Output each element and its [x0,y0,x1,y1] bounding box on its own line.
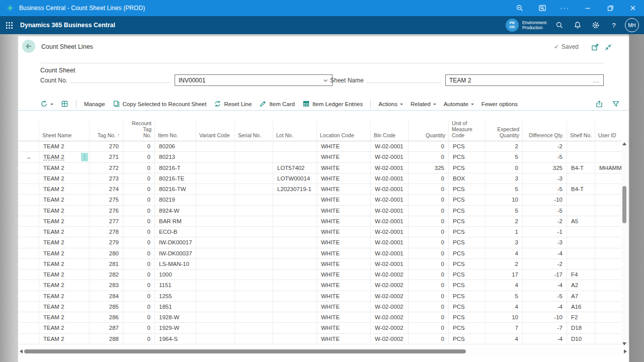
cell-tag_no[interactable]: 283 [90,280,123,291]
cell-serial_no[interactable] [235,163,273,173]
environment-badge[interactable]: PR OD [506,19,519,32]
cell-difference_qty[interactable]: -3 [523,237,567,248]
cell-difference_qty[interactable]: -2 [523,141,567,152]
cell-quantity[interactable]: 0 [409,323,449,333]
column-header-sheet_name[interactable]: Sheet Name [39,121,90,141]
cell-recount_tag_no[interactable]: 0 [123,259,155,269]
scroll-left-icon[interactable] [20,349,23,353]
cell-location_code[interactable]: WHITE [317,195,371,205]
cell-difference_qty[interactable]: -17 [523,269,567,280]
cell-quantity[interactable]: 0 [409,206,449,216]
cell-tag_no[interactable]: 276 [90,206,123,216]
cell-tag_no[interactable]: 281 [90,259,123,269]
cell-serial_no[interactable] [235,184,273,195]
cell-difference_qty[interactable]: -10 [523,312,567,323]
cell-serial_no[interactable] [235,237,273,248]
cell-lot_no[interactable] [273,291,317,302]
cell-recount_tag_no[interactable]: 0 [123,269,155,280]
cell-variant_code[interactable] [196,259,235,269]
cell-unit_of_measure_code[interactable]: PCS [449,237,486,248]
search-tabs-button[interactable] [531,0,553,16]
cell-variant_code[interactable] [196,173,235,184]
row-selector[interactable] [18,227,39,237]
cell-unit_of_measure_code[interactable]: PCS [449,269,486,280]
cell-difference_qty[interactable]: -5 [523,184,567,195]
cell-sheet_name[interactable]: TEAM 2 [39,259,90,269]
cell-lot_no[interactable] [273,206,317,216]
cell-bin_code[interactable]: W-02-0001 [371,195,409,205]
search-button[interactable] [550,16,569,34]
cell-location_code[interactable]: WHITE [317,323,371,333]
cell-location_code[interactable]: WHITE [317,216,371,227]
cell-variant_code[interactable] [196,248,235,259]
cell-quantity[interactable]: 0 [409,227,449,237]
cell-lot_no[interactable]: LOT57402 [273,163,317,173]
cell-bin_code[interactable]: W-02-0002 [371,312,409,323]
cell-item_no[interactable]: 1964-S [155,334,196,344]
cell-item_no[interactable]: LS-MAN-10 [155,259,196,269]
row-selector[interactable]: → [18,152,39,162]
cell-shelf_no[interactable] [567,248,595,259]
open-in-new-window-button[interactable] [591,43,600,52]
cell-lot_no[interactable] [273,302,317,312]
cell-unit_of_measure_code[interactable]: PCS [449,259,486,269]
cell-sheet_name[interactable]: TEAM 2 [39,334,90,344]
table-row[interactable]: TEAM 22810LS-MAN-10WHITEW-02-00010PCS2-2 [18,259,629,269]
table-row[interactable]: TEAM 228601928-WWHITEW-02-00020PCS10-10F… [18,312,629,323]
cell-bin_code[interactable]: W-02-0002 [371,302,409,312]
cell-unit_of_measure_code[interactable]: PCS [449,206,486,216]
cell-lot_no[interactable] [273,259,317,269]
cell-tag_no[interactable]: 280 [90,248,123,259]
cell-lot_no[interactable] [273,216,317,227]
cell-expected_quantity[interactable]: 4 [486,302,523,312]
cell-difference_qty[interactable]: -2 [523,216,567,227]
cell-expected_quantity[interactable]: 3 [486,173,523,184]
cell-item_no[interactable]: 80216-T [155,163,196,173]
cell-unit_of_measure_code[interactable]: PCS [449,312,486,323]
cell-bin_code[interactable]: W-02-0001 [371,141,409,152]
cell-expected_quantity[interactable]: 0 [486,163,523,173]
manage-button[interactable]: Manage [84,101,105,107]
column-header-quantity[interactable]: Quantity [409,121,449,141]
cell-bin_code[interactable]: W-02-0001 [371,227,409,237]
table-row[interactable]: TEAM 2272080216-TLOT57402WHITEW-02-00013… [18,163,629,173]
cell-sheet_name[interactable]: TEAM 2 [39,323,90,333]
item-ledger-entries-button[interactable]: Item Ledger Entries [302,100,363,108]
row-selector[interactable] [18,141,39,152]
cell-sheet_name[interactable]: TEAM 2 [39,248,90,259]
cell-difference_qty[interactable]: -4 [523,302,567,312]
cell-recount_tag_no[interactable]: 0 [123,184,155,195]
cell-recount_tag_no[interactable]: 0 [123,227,155,237]
column-header-item_no[interactable]: Item No. [155,121,196,141]
cell-location_code[interactable]: WHITE [317,237,371,248]
cell-serial_no[interactable] [235,291,273,302]
cell-lot_no[interactable] [273,227,317,237]
cell-unit_of_measure_code[interactable]: PCS [449,195,486,205]
column-header-tag_no[interactable]: Tag No.↑ [90,121,123,141]
vertical-scroll-thumb[interactable] [622,186,626,223]
cell-serial_no[interactable] [235,206,273,216]
cell-lot_no[interactable]: L20230719-1 [273,184,317,195]
cell-bin_code[interactable]: W-02-0001 [371,206,409,216]
cell-location_code[interactable]: WHITE [317,291,371,302]
cell-shelf_no[interactable] [567,259,595,269]
horizontal-scrollbar[interactable] [18,348,629,355]
cell-shelf_no[interactable]: A5 [567,216,595,227]
cell-expected_quantity[interactable]: 7 [486,323,523,333]
column-header-bin_code[interactable]: Bin Code [371,121,409,141]
zoom-out-button[interactable] [508,0,531,16]
cell-item_no[interactable]: 8924-W [155,206,196,216]
cell-recount_tag_no[interactable]: 0 [123,302,155,312]
cell-variant_code[interactable] [196,195,235,205]
cell-location_code[interactable]: WHITE [317,302,371,312]
cell-bin_code[interactable]: W-02-0001 [371,163,409,173]
row-selector[interactable] [18,206,39,216]
column-header-location_code[interactable]: Location Code [317,121,371,141]
cell-shelf_no[interactable]: D10 [567,334,595,344]
vertical-scrollbar[interactable] [621,141,627,347]
row-selector[interactable] [18,269,39,280]
copy-selected-button[interactable]: Copy Selected to Recount Sheet [113,100,207,108]
reset-line-button[interactable]: Reset Line [214,100,252,108]
cell-item_no[interactable]: IW-DK00017 [155,237,196,248]
row-selector[interactable] [18,334,39,344]
